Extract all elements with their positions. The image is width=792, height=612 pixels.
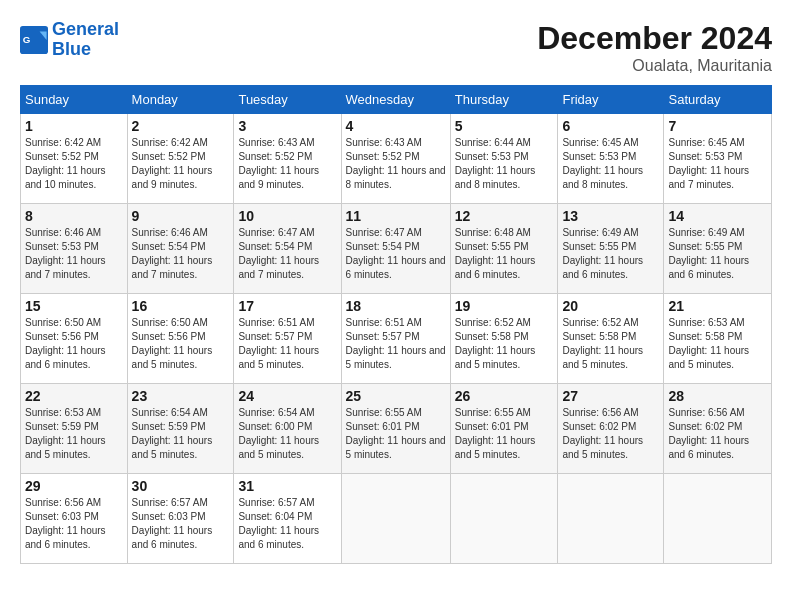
day-info: Sunrise: 6:57 AM Sunset: 6:04 PM Dayligh…	[238, 496, 336, 552]
calendar-cell: 2 Sunrise: 6:42 AM Sunset: 5:52 PM Dayli…	[127, 114, 234, 204]
location-title: Oualata, Mauritania	[537, 57, 772, 75]
logo: G General Blue	[20, 20, 119, 60]
day-number: 6	[562, 118, 659, 134]
calendar-cell: 30 Sunrise: 6:57 AM Sunset: 6:03 PM Dayl…	[127, 474, 234, 564]
day-number: 11	[346, 208, 446, 224]
calendar-cell: 23 Sunrise: 6:54 AM Sunset: 5:59 PM Dayl…	[127, 384, 234, 474]
day-info: Sunrise: 6:52 AM Sunset: 5:58 PM Dayligh…	[455, 316, 554, 372]
day-info: Sunrise: 6:53 AM Sunset: 5:59 PM Dayligh…	[25, 406, 123, 462]
day-number: 7	[668, 118, 767, 134]
day-info: Sunrise: 6:47 AM Sunset: 5:54 PM Dayligh…	[238, 226, 336, 282]
day-number: 12	[455, 208, 554, 224]
calendar-week-row: 15 Sunrise: 6:50 AM Sunset: 5:56 PM Dayl…	[21, 294, 772, 384]
day-number: 31	[238, 478, 336, 494]
day-info: Sunrise: 6:42 AM Sunset: 5:52 PM Dayligh…	[132, 136, 230, 192]
calendar-cell: 24 Sunrise: 6:54 AM Sunset: 6:00 PM Dayl…	[234, 384, 341, 474]
day-info: Sunrise: 6:51 AM Sunset: 5:57 PM Dayligh…	[346, 316, 446, 372]
calendar-cell: 9 Sunrise: 6:46 AM Sunset: 5:54 PM Dayli…	[127, 204, 234, 294]
day-info: Sunrise: 6:43 AM Sunset: 5:52 PM Dayligh…	[238, 136, 336, 192]
day-info: Sunrise: 6:49 AM Sunset: 5:55 PM Dayligh…	[562, 226, 659, 282]
day-number: 1	[25, 118, 123, 134]
month-title: December 2024	[537, 20, 772, 57]
day-number: 26	[455, 388, 554, 404]
day-info: Sunrise: 6:53 AM Sunset: 5:58 PM Dayligh…	[668, 316, 767, 372]
day-number: 3	[238, 118, 336, 134]
calendar-cell: 13 Sunrise: 6:49 AM Sunset: 5:55 PM Dayl…	[558, 204, 664, 294]
day-info: Sunrise: 6:55 AM Sunset: 6:01 PM Dayligh…	[346, 406, 446, 462]
day-number: 21	[668, 298, 767, 314]
column-header-friday: Friday	[558, 86, 664, 114]
day-number: 29	[25, 478, 123, 494]
day-number: 27	[562, 388, 659, 404]
day-number: 18	[346, 298, 446, 314]
day-number: 10	[238, 208, 336, 224]
calendar-cell: 5 Sunrise: 6:44 AM Sunset: 5:53 PM Dayli…	[450, 114, 558, 204]
day-number: 2	[132, 118, 230, 134]
day-info: Sunrise: 6:50 AM Sunset: 5:56 PM Dayligh…	[132, 316, 230, 372]
day-info: Sunrise: 6:56 AM Sunset: 6:02 PM Dayligh…	[668, 406, 767, 462]
day-info: Sunrise: 6:57 AM Sunset: 6:03 PM Dayligh…	[132, 496, 230, 552]
calendar-cell: 7 Sunrise: 6:45 AM Sunset: 5:53 PM Dayli…	[664, 114, 772, 204]
day-info: Sunrise: 6:47 AM Sunset: 5:54 PM Dayligh…	[346, 226, 446, 282]
day-number: 23	[132, 388, 230, 404]
calendar-cell	[450, 474, 558, 564]
day-number: 4	[346, 118, 446, 134]
day-number: 24	[238, 388, 336, 404]
day-info: Sunrise: 6:49 AM Sunset: 5:55 PM Dayligh…	[668, 226, 767, 282]
calendar-cell: 10 Sunrise: 6:47 AM Sunset: 5:54 PM Dayl…	[234, 204, 341, 294]
day-number: 25	[346, 388, 446, 404]
day-info: Sunrise: 6:50 AM Sunset: 5:56 PM Dayligh…	[25, 316, 123, 372]
calendar-cell: 1 Sunrise: 6:42 AM Sunset: 5:52 PM Dayli…	[21, 114, 128, 204]
day-info: Sunrise: 6:55 AM Sunset: 6:01 PM Dayligh…	[455, 406, 554, 462]
column-header-wednesday: Wednesday	[341, 86, 450, 114]
day-info: Sunrise: 6:42 AM Sunset: 5:52 PM Dayligh…	[25, 136, 123, 192]
calendar-cell: 15 Sunrise: 6:50 AM Sunset: 5:56 PM Dayl…	[21, 294, 128, 384]
calendar-cell: 6 Sunrise: 6:45 AM Sunset: 5:53 PM Dayli…	[558, 114, 664, 204]
page-header: G General Blue December 2024 Oualata, Ma…	[20, 20, 772, 75]
column-header-thursday: Thursday	[450, 86, 558, 114]
calendar-cell	[341, 474, 450, 564]
calendar-cell: 21 Sunrise: 6:53 AM Sunset: 5:58 PM Dayl…	[664, 294, 772, 384]
day-number: 8	[25, 208, 123, 224]
calendar-cell: 19 Sunrise: 6:52 AM Sunset: 5:58 PM Dayl…	[450, 294, 558, 384]
calendar-cell: 12 Sunrise: 6:48 AM Sunset: 5:55 PM Dayl…	[450, 204, 558, 294]
calendar-cell: 16 Sunrise: 6:50 AM Sunset: 5:56 PM Dayl…	[127, 294, 234, 384]
calendar-week-row: 1 Sunrise: 6:42 AM Sunset: 5:52 PM Dayli…	[21, 114, 772, 204]
column-header-sunday: Sunday	[21, 86, 128, 114]
day-info: Sunrise: 6:45 AM Sunset: 5:53 PM Dayligh…	[562, 136, 659, 192]
column-header-monday: Monday	[127, 86, 234, 114]
day-number: 14	[668, 208, 767, 224]
day-number: 9	[132, 208, 230, 224]
calendar-cell: 14 Sunrise: 6:49 AM Sunset: 5:55 PM Dayl…	[664, 204, 772, 294]
svg-text:G: G	[23, 34, 31, 45]
day-info: Sunrise: 6:45 AM Sunset: 5:53 PM Dayligh…	[668, 136, 767, 192]
logo-icon: G	[20, 26, 48, 54]
day-info: Sunrise: 6:52 AM Sunset: 5:58 PM Dayligh…	[562, 316, 659, 372]
calendar-header-row: SundayMondayTuesdayWednesdayThursdayFrid…	[21, 86, 772, 114]
day-number: 28	[668, 388, 767, 404]
calendar-cell: 25 Sunrise: 6:55 AM Sunset: 6:01 PM Dayl…	[341, 384, 450, 474]
calendar-cell: 11 Sunrise: 6:47 AM Sunset: 5:54 PM Dayl…	[341, 204, 450, 294]
day-number: 15	[25, 298, 123, 314]
calendar-cell: 29 Sunrise: 6:56 AM Sunset: 6:03 PM Dayl…	[21, 474, 128, 564]
day-number: 20	[562, 298, 659, 314]
calendar-cell: 31 Sunrise: 6:57 AM Sunset: 6:04 PM Dayl…	[234, 474, 341, 564]
calendar-cell: 27 Sunrise: 6:56 AM Sunset: 6:02 PM Dayl…	[558, 384, 664, 474]
day-info: Sunrise: 6:54 AM Sunset: 5:59 PM Dayligh…	[132, 406, 230, 462]
day-number: 5	[455, 118, 554, 134]
logo-text: General Blue	[52, 20, 119, 60]
title-section: December 2024 Oualata, Mauritania	[537, 20, 772, 75]
day-info: Sunrise: 6:43 AM Sunset: 5:52 PM Dayligh…	[346, 136, 446, 192]
day-info: Sunrise: 6:44 AM Sunset: 5:53 PM Dayligh…	[455, 136, 554, 192]
calendar-week-row: 22 Sunrise: 6:53 AM Sunset: 5:59 PM Dayl…	[21, 384, 772, 474]
day-number: 17	[238, 298, 336, 314]
calendar-cell	[558, 474, 664, 564]
calendar-cell: 26 Sunrise: 6:55 AM Sunset: 6:01 PM Dayl…	[450, 384, 558, 474]
day-info: Sunrise: 6:56 AM Sunset: 6:02 PM Dayligh…	[562, 406, 659, 462]
column-header-saturday: Saturday	[664, 86, 772, 114]
calendar-cell: 20 Sunrise: 6:52 AM Sunset: 5:58 PM Dayl…	[558, 294, 664, 384]
day-number: 30	[132, 478, 230, 494]
calendar-table: SundayMondayTuesdayWednesdayThursdayFrid…	[20, 85, 772, 564]
calendar-cell: 4 Sunrise: 6:43 AM Sunset: 5:52 PM Dayli…	[341, 114, 450, 204]
calendar-cell: 28 Sunrise: 6:56 AM Sunset: 6:02 PM Dayl…	[664, 384, 772, 474]
